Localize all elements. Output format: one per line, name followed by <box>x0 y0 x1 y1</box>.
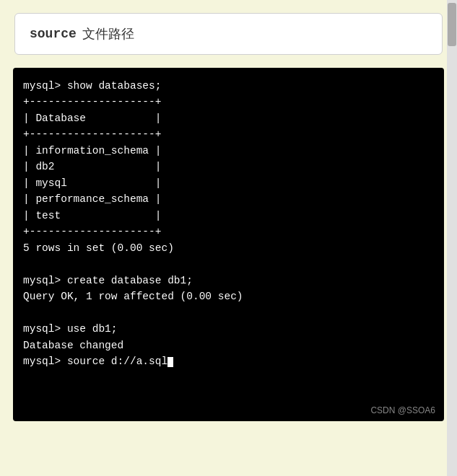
page-wrapper: source 文件路径 mysql> show databases; +----… <box>0 0 457 476</box>
source-keyword: source <box>30 27 77 41</box>
scrollbar-thumb[interactable] <box>448 3 456 46</box>
terminal-cursor <box>167 357 173 367</box>
terminal-content: mysql> show databases; +----------------… <box>23 78 434 369</box>
scrollbar[interactable] <box>447 0 457 476</box>
watermark: CSDN @SSOA6 <box>370 405 435 415</box>
terminal-block: mysql> show databases; +----------------… <box>13 68 444 421</box>
top-box: source 文件路径 <box>14 13 443 55</box>
source-description: 文件路径 <box>82 25 134 43</box>
